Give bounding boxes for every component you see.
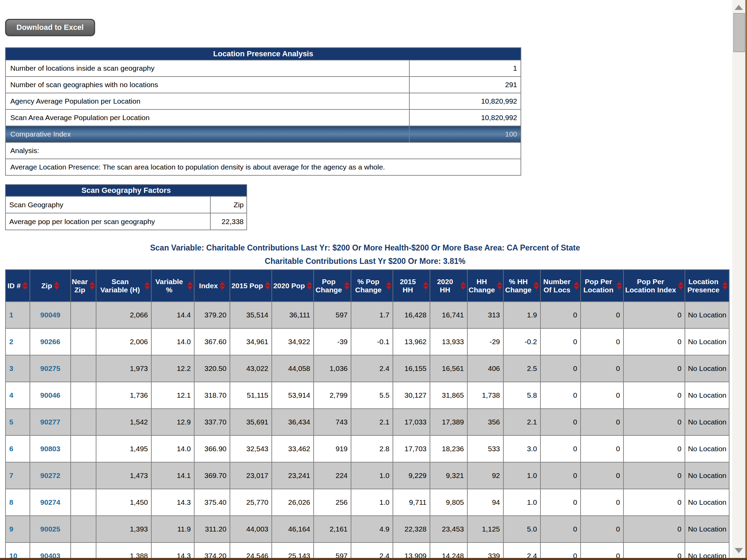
cell-hh-change: 406 <box>467 355 503 382</box>
row-id-link[interactable]: 2 <box>9 338 13 346</box>
row-id-link[interactable]: 3 <box>9 364 13 372</box>
sort-icon[interactable] <box>90 282 95 290</box>
column-header-pop-per-location[interactable]: Pop Per Location <box>581 270 623 302</box>
column-header-label: Number Of Locs <box>542 278 572 294</box>
analysis-text-row: Average Location Presence: The scan area… <box>5 159 521 175</box>
row-id-link[interactable]: 8 <box>9 498 13 506</box>
scan-geography-factors-table: Scan Geography Factors Scan GeographyZip… <box>5 184 247 230</box>
row-id-link[interactable]: 6 <box>9 445 13 453</box>
sort-icon[interactable] <box>423 282 429 290</box>
sort-icon[interactable] <box>265 282 270 290</box>
column-header-number-of-locs[interactable]: Number Of Locs <box>540 270 581 302</box>
cell-hh-change: 1,738 <box>467 382 503 409</box>
column-header-zip[interactable]: Zip <box>30 270 71 302</box>
sort-icon[interactable] <box>307 282 312 290</box>
cell-index: 318.70 <box>194 382 230 409</box>
cell-2015-pop: 35,514 <box>230 302 272 328</box>
cell-near-zip <box>71 516 96 542</box>
cell-pop-change: 597 <box>314 302 351 328</box>
row-id-link[interactable]: 5 <box>9 418 13 426</box>
zip-code-link[interactable]: 90803 <box>40 445 60 453</box>
analysis-metric-row: Agency Average Population per Location10… <box>5 93 521 109</box>
zip-code-link[interactable]: 90275 <box>40 364 60 372</box>
sort-icon[interactable] <box>220 282 225 290</box>
cell-pop-change: 1.0 <box>351 489 393 516</box>
cell-hh-change: 5.0 <box>503 516 540 542</box>
column-header-index[interactable]: Index <box>194 270 230 302</box>
sort-icon[interactable] <box>574 282 579 290</box>
sort-icon[interactable] <box>187 282 193 290</box>
cell-pop-change: 256 <box>314 489 351 516</box>
scrollbar-thumb[interactable] <box>733 13 745 52</box>
zip-code-link[interactable]: 90046 <box>40 391 60 399</box>
column-header-pop-change[interactable]: % Pop Change <box>351 270 393 302</box>
sort-icon[interactable] <box>54 282 59 290</box>
column-header-hh-change[interactable]: HH Change <box>467 270 503 302</box>
column-header-hh-change[interactable]: % HH Change <box>503 270 540 302</box>
row-id-link[interactable]: 7 <box>9 471 13 479</box>
cell-id: 10 <box>5 542 30 560</box>
sort-icon[interactable] <box>386 282 392 290</box>
analysis-text: Average Location Presence: The scan area… <box>5 159 521 175</box>
cell-hh-change: 313 <box>467 302 503 328</box>
cell-location-presence: No Location <box>685 462 729 489</box>
download-to-excel-button[interactable]: Download to Excel <box>5 19 95 36</box>
analysis-label: Analysis: <box>5 142 521 159</box>
cell-location-presence: No Location <box>685 355 729 382</box>
cell-hh-change: 533 <box>467 435 503 462</box>
cell-2020-hh: 9,805 <box>430 489 467 516</box>
column-header-id[interactable]: ID # <box>5 270 30 302</box>
sort-icon[interactable] <box>460 282 466 290</box>
scrollbar-down-arrow-icon[interactable] <box>735 548 743 553</box>
row-id-link[interactable]: 4 <box>9 391 13 399</box>
column-header-label: 2015 HH <box>394 278 421 294</box>
vertical-scrollbar[interactable] <box>732 0 745 558</box>
sort-icon[interactable] <box>678 282 684 290</box>
zip-code-link[interactable]: 90274 <box>40 498 60 506</box>
sort-icon[interactable] <box>617 282 622 290</box>
zip-code-link[interactable]: 90266 <box>40 338 60 346</box>
row-id-link[interactable]: 1 <box>9 311 13 319</box>
cell-zip: 90803 <box>30 435 71 462</box>
cell-pop-per-location-index: 0 <box>623 328 685 355</box>
cell-scan-variable-h: 2,066 <box>96 302 151 328</box>
row-id-link[interactable]: 9 <box>9 525 13 533</box>
cell-pop-change: 4.9 <box>351 516 393 542</box>
cell-hh-change: 1.0 <box>503 462 540 489</box>
column-header-2015-hh[interactable]: 2015 HH <box>393 270 430 302</box>
cell-2020-pop: 23,241 <box>272 462 314 489</box>
sort-icon[interactable] <box>344 282 350 290</box>
sort-down-triangle-icon <box>386 286 392 290</box>
column-header-pop-change[interactable]: Pop Change <box>314 270 351 302</box>
column-header-variable[interactable]: Variable % <box>151 270 194 302</box>
zip-code-link[interactable]: 90049 <box>40 311 60 319</box>
column-header-location-presence[interactable]: Location Presence <box>685 270 729 302</box>
zip-code-link[interactable]: 90025 <box>40 525 60 533</box>
sort-down-triangle-icon <box>220 286 225 290</box>
column-header-pop-per-location-index[interactable]: Pop Per Location Index <box>623 270 685 302</box>
factor-row: Average pop per location per scan geogra… <box>5 213 247 230</box>
sort-icon[interactable] <box>534 282 539 290</box>
column-header-2020-pop[interactable]: 2020 Pop <box>272 270 314 302</box>
zip-code-link[interactable]: 90277 <box>40 418 60 426</box>
column-header-near-zip[interactable]: Near Zip <box>71 270 96 302</box>
cell-hh-change: 1,125 <box>467 516 503 542</box>
sort-icon[interactable] <box>22 282 28 290</box>
cell-near-zip <box>71 382 96 409</box>
sort-icon[interactable] <box>144 282 150 290</box>
sort-icon[interactable] <box>497 282 502 290</box>
cell-2020-hh: 18,236 <box>430 435 467 462</box>
column-header-scan-variable-h[interactable]: Scan Variable (H) <box>96 270 151 302</box>
sort-down-triangle-icon <box>534 286 539 290</box>
cell-pop-per-location-index: 0 <box>623 542 685 560</box>
location-presence-analysis-table: Location Presence Analysis Number of loc… <box>5 47 521 176</box>
analysis-metric-row: Scan Area Average Population per Locatio… <box>5 109 521 126</box>
column-header-2020-hh[interactable]: 2020 HH <box>430 270 467 302</box>
zip-code-link[interactable]: 90272 <box>40 471 60 479</box>
cell-pop-change: 2.4 <box>351 542 393 560</box>
column-header-2015-pop[interactable]: 2015 Pop <box>230 270 272 302</box>
sort-icon[interactable] <box>722 282 728 290</box>
sort-down-triangle-icon <box>497 286 502 290</box>
column-header-label: 2020 Pop <box>273 282 305 290</box>
scrollbar-up-arrow-icon[interactable] <box>735 5 743 10</box>
